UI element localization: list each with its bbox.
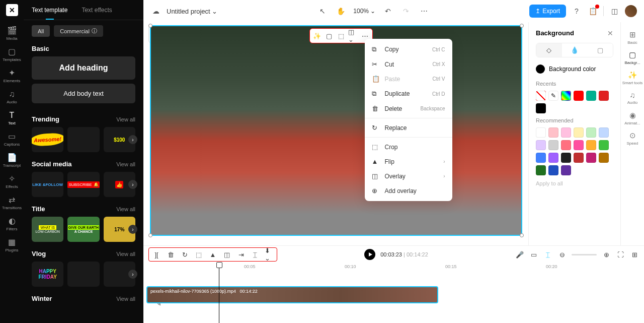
nav-transcript[interactable]: 📄Transcript [0, 150, 24, 170]
cursor-tool[interactable]: ↖ [317, 6, 328, 17]
zoom-level[interactable]: 100% ⌄ [353, 8, 375, 15]
ctx-copy[interactable]: ⧉CopyCtrl C [365, 42, 452, 57]
recommended-swatch[interactable] [574, 140, 584, 150]
nav-text[interactable]: TText [0, 108, 24, 128]
recent-swatch[interactable] [599, 91, 609, 101]
more-top-icon[interactable]: ⋯ [419, 6, 430, 17]
rnav-basic[interactable]: ⊞Basic [621, 27, 645, 47]
help-icon[interactable]: ? [571, 6, 582, 17]
layout-icon[interactable]: ◫ [609, 6, 620, 17]
trending-next[interactable]: › [128, 135, 137, 144]
swatch-none[interactable] [536, 91, 546, 101]
ctx-duplicate[interactable]: ⧉DuplicateCtrl D [365, 86, 452, 101]
nav-plugins[interactable]: ▦Plugins [0, 235, 24, 255]
btab-blur[interactable]: 💧 [562, 43, 588, 57]
recommended-swatch[interactable] [536, 165, 546, 175]
recommended-swatch[interactable] [548, 127, 558, 138]
ctx-add-overlay[interactable]: ⊕Add overlay [365, 183, 452, 198]
fit-icon[interactable]: ⛶ [616, 250, 625, 259]
title-thumb-1[interactable]: WHAT ISLOW-CARBON [32, 217, 63, 242]
chip-all[interactable]: All [32, 25, 50, 37]
rnav-speed[interactable]: ⊙Speed [621, 128, 645, 148]
ctx-crop[interactable]: ⬚Crop [365, 140, 452, 154]
settings-tl-icon[interactable]: ⊞ [630, 250, 639, 259]
crop-clip-icon[interactable]: ⬚ [194, 250, 203, 259]
recommended-swatch[interactable] [536, 140, 546, 150]
current-color-swatch[interactable] [536, 64, 545, 74]
apply-to-all[interactable]: Apply to all [536, 180, 613, 186]
download-icon[interactable]: ⬇ ⌄ [265, 250, 274, 259]
ctx-overlay[interactable]: ◫Overlay› [365, 169, 452, 183]
play-button[interactable] [364, 249, 375, 260]
tab-text-effects[interactable]: Text effects [82, 0, 112, 20]
zoom-in-icon[interactable]: ⊕ [602, 250, 611, 259]
swatch-rainbow[interactable] [561, 91, 571, 101]
nav-captions[interactable]: ▭Captions [0, 129, 24, 149]
notifications-icon[interactable]: 📋 [587, 6, 598, 17]
recent-swatch[interactable] [586, 91, 596, 101]
social-next[interactable]: › [128, 180, 137, 189]
video-frame[interactable]: ✨ ▢ ⬚ ◫ ⌄ ⋯ ⧉CopyCtrl C ✂CutCtrl X 📋Past… [150, 25, 522, 236]
resize-handle-br[interactable] [520, 233, 524, 237]
recommended-swatch[interactable] [548, 165, 558, 175]
add-heading-button[interactable]: Add heading [32, 56, 135, 80]
rnav-audio[interactable]: ♫Audio [621, 88, 645, 108]
resize-handle-tl[interactable] [148, 24, 152, 28]
ctx-delete[interactable]: 🗑DeleteBackspace [365, 101, 452, 116]
recommended-swatch[interactable] [561, 140, 571, 150]
btab-color[interactable]: ◇ [536, 43, 562, 57]
recommended-swatch[interactable] [586, 153, 596, 163]
close-panel-icon[interactable]: ✕ [607, 29, 613, 37]
overlay-tool-icon[interactable]: ◫ ⌄ [348, 31, 358, 41]
rnav-animation[interactable]: ◉Animat... [621, 108, 645, 128]
crop-tool-icon[interactable]: ⬚ [336, 31, 346, 41]
nav-transitions[interactable]: ⇄Transitions [0, 192, 24, 213]
playhead[interactable] [219, 263, 219, 323]
user-avatar[interactable] [625, 5, 637, 17]
resize-handle-tr[interactable] [520, 24, 524, 28]
rnav-background[interactable]: ▢Backgr... [621, 47, 645, 68]
recommended-swatch[interactable] [561, 165, 571, 175]
frame-tool-icon[interactable]: ▢ [324, 31, 334, 41]
delete-clip-icon[interactable]: 🗑 [166, 250, 175, 259]
nav-filters[interactable]: ◐Filters [0, 214, 24, 234]
snap-icon[interactable]: ⇥ [236, 250, 246, 259]
redo-button[interactable]: ↷ [400, 6, 412, 17]
add-body-text-button[interactable]: Add body text [32, 84, 135, 103]
chip-commercial[interactable]: Commercialⓘ [54, 25, 103, 37]
title-next[interactable]: › [128, 225, 137, 234]
nav-media[interactable]: 🎬Media [0, 23, 24, 43]
view-all-trending[interactable]: View all [116, 116, 135, 122]
hand-tool[interactable]: ✋ [335, 6, 346, 17]
view-all-title[interactable]: View all [116, 206, 135, 212]
vlog-thumb-1[interactable]: HAPPYFRIDAY [32, 262, 63, 287]
trending-thumb-2[interactable] [67, 127, 99, 152]
cursor-tl-icon[interactable]: ⌶ [543, 250, 552, 259]
nav-audio[interactable]: ♫Audio [0, 87, 24, 107]
split-icon[interactable]: ][ [152, 250, 161, 259]
rnav-smart[interactable]: ✨Smart tools [621, 68, 645, 88]
recommended-swatch[interactable] [599, 153, 609, 163]
trending-thumb-1[interactable]: Awesome! [32, 127, 63, 152]
recent-swatch[interactable] [574, 91, 584, 101]
mirror-icon[interactable]: ▲ [208, 250, 217, 259]
swatch-picker[interactable]: ✎ [548, 91, 558, 101]
vlog-next[interactable]: › [128, 270, 137, 279]
export-button[interactable]: ↥Export [529, 5, 566, 18]
recent-swatch[interactable] [536, 103, 546, 113]
title-thumb-2[interactable]: GIVE OUR EARTHA CHANCE [67, 217, 99, 242]
social-thumb-2[interactable]: SUBSCRIBE🔔 [67, 172, 99, 197]
zoom-out-icon[interactable]: ⊖ [557, 250, 567, 259]
resize-handle-bl[interactable] [148, 233, 152, 237]
timeline-clip[interactable]: pexels-mikhail-nilov-7709365 (1080p).mp4… [146, 286, 438, 303]
ctx-flip[interactable]: ▲Flip› [365, 154, 452, 169]
recommended-swatch[interactable] [536, 153, 546, 163]
recommended-swatch[interactable] [586, 127, 596, 138]
recommended-swatch[interactable] [599, 140, 609, 150]
app-logo[interactable]: ✕ [6, 4, 18, 16]
undo-button[interactable]: ↶ [382, 6, 393, 17]
ctx-cut[interactable]: ✂CutCtrl X [365, 57, 452, 72]
view-all-social[interactable]: View all [116, 161, 135, 167]
nav-elements[interactable]: ✦Elements [0, 66, 24, 86]
cloud-icon[interactable]: ☁ [150, 6, 162, 17]
